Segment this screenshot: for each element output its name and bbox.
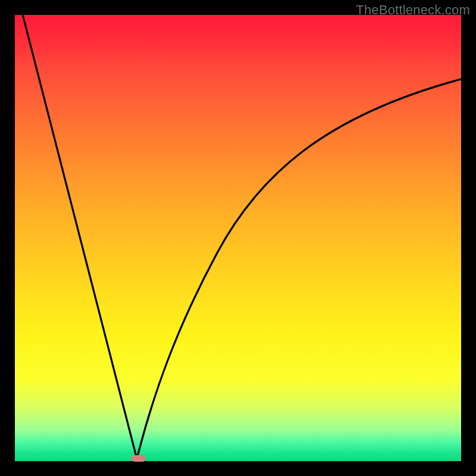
- minimum-marker: [131, 455, 146, 462]
- watermark-text: TheBottleneck.com: [356, 2, 470, 18]
- curve-right-branch: [137, 79, 461, 459]
- curve-left-branch: [18, 0, 137, 459]
- chart-area: [15, 15, 461, 461]
- bottleneck-curve: [15, 15, 461, 461]
